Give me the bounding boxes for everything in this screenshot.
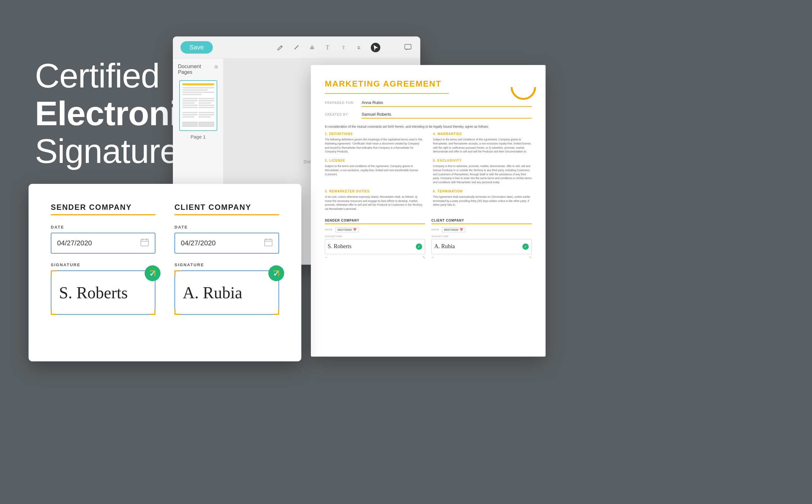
client-date-input[interactable]: 04/27/2020 <box>174 233 279 254</box>
main-sig-panel: SENDER COMPANY DATE 04/27/2020 SIGNATURE… <box>29 184 301 361</box>
sender-sig-label: SIGNATURE <box>51 262 155 267</box>
corner-tl-icon <box>51 270 56 276</box>
doc-client-sig: CLIENT COMPANY DATE 05/27/2020 📅 SIGNATU… <box>432 219 532 259</box>
client-corner-bl-icon <box>174 309 180 315</box>
doc-editor-toolbar: Save T T T̶ <box>173 36 420 59</box>
client-date-calendar-icon <box>264 238 273 249</box>
sender-sig-group: SIGNATURE S. Roberts ✓ <box>51 262 155 315</box>
doc-sender-date-row: DATE 04/27/2020 📅 <box>325 227 425 232</box>
doc-pages-title: Document Pages ⊕ <box>178 64 218 75</box>
doc-sender-sig-check: ✓ <box>416 243 422 250</box>
sender-date-input[interactable]: 04/27/2020 <box>51 233 155 254</box>
text-small-icon[interactable]: T <box>339 43 348 52</box>
client-corner-tr-icon <box>273 270 279 276</box>
svg-text:T: T <box>342 45 345 50</box>
prepared-for-row: PREPARED FOR: Anna Rubio <box>325 99 532 107</box>
created-by-row: CREATED BY: Samuel Roberts <box>325 111 532 119</box>
sender-date-group: DATE 04/27/2020 <box>51 225 155 254</box>
client-sig-group: SIGNATURE A. Rubia ✓ <box>174 262 279 315</box>
doc-sender-sig: SENDER COMPANY DATE 04/27/2020 📅 SIGNATU… <box>325 219 425 259</box>
doc-sender-sig-box: S. Roberts ✓ <box>325 239 425 254</box>
client-sig-label: SIGNATURE <box>174 262 279 267</box>
doc-client-date-input: 05/27/2020 📅 <box>442 227 465 232</box>
svg-rect-8 <box>264 239 272 246</box>
doc-sender-date-input: 04/27/2020 📅 <box>335 227 359 232</box>
doc-section-1: 1. DEFINITIONS The following definitions… <box>325 132 424 154</box>
pencil-icon[interactable] <box>276 43 285 52</box>
doc-section-5: 5. EXCLUSIVITY Company is free to advert… <box>433 159 532 184</box>
client-sig-handwriting: A. Rubia <box>183 283 242 302</box>
cursor-icon[interactable] <box>371 43 380 52</box>
sig-panel-columns: SENDER COMPANY DATE 04/27/2020 SIGNATURE… <box>51 203 279 324</box>
client-date-group: DATE 04/27/2020 <box>174 225 279 254</box>
sender-col-divider <box>51 214 155 215</box>
doc-sig-section: SENDER COMPANY DATE 04/27/2020 📅 SIGNATU… <box>325 219 532 259</box>
sender-column: SENDER COMPANY DATE 04/27/2020 SIGNATURE… <box>51 203 155 324</box>
doc-page-thumbnail[interactable] <box>179 80 217 131</box>
client-corner-tl-icon <box>174 270 180 276</box>
doc-section-6: 6. TERMINATION This Agreement shall auto… <box>433 190 532 211</box>
doc-client-sig-box: A. Rubia ✓ <box>432 239 532 254</box>
doc-section-2: 2. LICENSE Subject to the terms and cond… <box>325 159 424 184</box>
client-sig-box[interactable]: A. Rubia ✓ <box>174 270 279 315</box>
doc-page-label: Page 1 <box>178 134 218 139</box>
highlight-icon[interactable] <box>307 43 317 52</box>
doc-section-4: 4. WARRANTIES Subject to the terms and c… <box>433 132 532 154</box>
client-company-title: CLIENT COMPANY <box>174 203 279 212</box>
client-corner-br-icon <box>273 309 279 315</box>
comment-icon[interactable] <box>403 43 413 52</box>
doc-client-sig-check: ✓ <box>523 243 529 250</box>
sender-company-title: SENDER COMPANY <box>51 203 155 212</box>
svg-rect-5 <box>141 239 148 246</box>
client-col-divider <box>174 214 279 215</box>
svg-rect-0 <box>310 47 314 49</box>
marketing-doc-panel: MARKETING AGREEMENT PREPARED FOR: Anna R… <box>311 65 546 357</box>
sender-sig-box[interactable]: S. Roberts ✓ <box>51 270 155 315</box>
save-button[interactable]: Save <box>180 41 213 54</box>
svg-text:T̶: T̶ <box>357 46 360 50</box>
client-date-label: DATE <box>174 225 279 229</box>
doc-section-3: 3. REMARKETER DUTIES At its cost, unless… <box>325 190 424 211</box>
text-icon[interactable]: T <box>323 43 333 52</box>
marketing-doc-title: MARKETING AGREEMENT <box>325 79 532 89</box>
corner-br-icon <box>150 309 155 315</box>
svg-text:T: T <box>326 44 329 51</box>
client-column: CLIENT COMPANY DATE 04/27/2020 SIGNATURE… <box>174 203 279 324</box>
svg-rect-4 <box>405 44 411 49</box>
sender-date-calendar-icon <box>140 238 149 249</box>
corner-bl-icon <box>51 309 56 315</box>
corner-tr-icon <box>150 270 155 276</box>
text-strikethrough-icon[interactable]: T̶ <box>355 43 364 52</box>
sender-date-label: DATE <box>51 225 155 229</box>
doc-intro-text: In consideration of the mutual covenants… <box>325 124 532 129</box>
sender-sig-handwriting: S. Roberts <box>59 283 128 302</box>
doc-client-date-row: DATE 05/27/2020 📅 <box>432 227 532 232</box>
doc-sections: 1. DEFINITIONS The following definitions… <box>325 132 532 211</box>
pen-icon[interactable] <box>291 43 301 52</box>
